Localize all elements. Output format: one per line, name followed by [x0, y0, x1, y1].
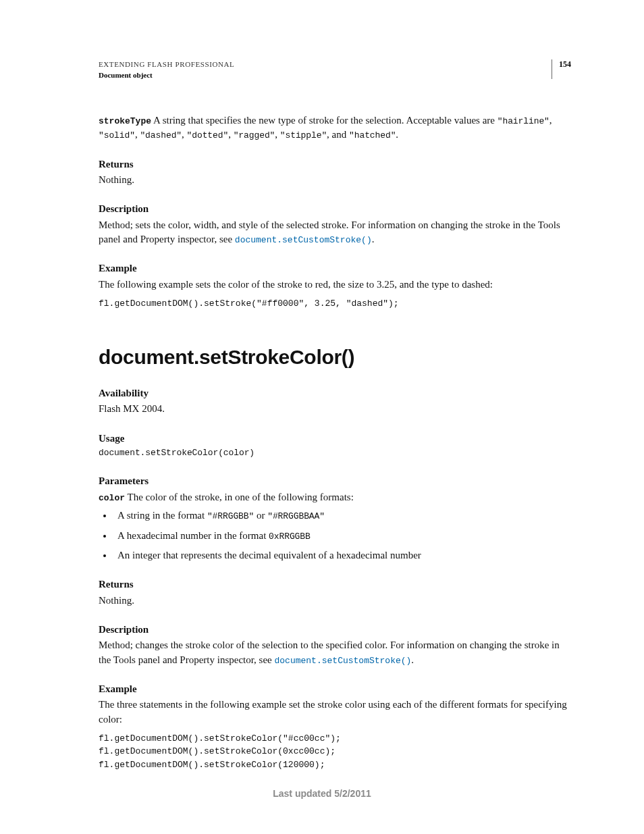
code-rrggbbaa: "#RRGGBBAA"	[267, 511, 325, 521]
list-item: A hexadecimal number in the format 0xRRG…	[113, 529, 571, 543]
period: .	[411, 654, 414, 665]
list-item: A string in the format "#RRGGBB" or "#RR…	[113, 509, 571, 523]
returns-text-2: Nothing.	[99, 594, 571, 608]
header-title: EXTENDING FLASH PROFESSIONAL	[99, 59, 234, 70]
color-desc: The color of the stroke, in one of the f…	[125, 492, 354, 502]
content: strokeType A string that specifies the n…	[99, 113, 571, 772]
color-param-line: color The color of the stroke, in one of…	[99, 490, 571, 504]
page-header: EXTENDING FLASH PROFESSIONAL Document ob…	[99, 59, 571, 81]
description-paragraph-2: Method; changes the stroke color of the …	[99, 638, 571, 667]
param-stroketype: strokeType	[99, 116, 151, 126]
returns-heading: Returns	[99, 157, 571, 172]
header-subtitle: Document object	[99, 70, 234, 81]
example-code: fl.getDocumentDOM().setStroke("#ff0000",…	[99, 297, 571, 311]
description-paragraph: Method; sets the color, width, and style…	[99, 218, 571, 247]
page: EXTENDING FLASH PROFESSIONAL Document ob…	[0, 0, 644, 834]
header-left: EXTENDING FLASH PROFESSIONAL Document ob…	[99, 59, 234, 81]
description-heading: Description	[99, 202, 571, 216]
availability-heading: Availability	[99, 386, 571, 400]
sep-and: , and	[327, 129, 349, 140]
val-ragged: "ragged"	[234, 130, 275, 140]
usage-code: document.setStrokeColor(color)	[99, 447, 571, 459]
val-dotted: "dotted"	[187, 130, 229, 140]
period: .	[396, 129, 398, 140]
or-text: or	[254, 510, 267, 521]
usage-heading: Usage	[99, 432, 571, 446]
sep: ,	[228, 129, 234, 140]
code-hex: 0xRRGGBB	[269, 531, 311, 542]
setcustomstroke-link[interactable]: document.setCustomStroke()	[235, 235, 372, 245]
method-heading: document.setStrokeColor()	[99, 343, 571, 372]
val-dashed: "dashed"	[140, 130, 182, 140]
availability-text: Flash MX 2004.	[99, 402, 571, 416]
sep: ,	[549, 115, 552, 126]
setcustomstroke-link-2[interactable]: document.setCustomStroke()	[275, 656, 412, 666]
example-heading-2: Example	[99, 682, 571, 696]
val-hatched: "hatched"	[349, 130, 396, 140]
param-color: color	[99, 493, 125, 503]
bullet-text: A hexadecimal number in the format	[117, 530, 269, 541]
footer-updated: Last updated 5/2/2011	[0, 788, 644, 799]
example-code-2: fl.getDocumentDOM().setStrokeColor("#cc0…	[99, 732, 571, 772]
sep: ,	[182, 129, 187, 140]
page-number: 154	[552, 59, 571, 79]
val-solid: "solid"	[99, 130, 135, 140]
stroketype-desc: A string that specifies the new type of …	[151, 115, 498, 126]
example-text: The following example sets the color of …	[99, 278, 571, 292]
example-text-2: The three statements in the following ex…	[99, 698, 571, 727]
val-stipple: "stipple"	[280, 130, 327, 140]
example-heading: Example	[99, 261, 571, 276]
stroketype-paragraph: strokeType A string that specifies the n…	[99, 113, 571, 142]
val-hairline: "hairline"	[498, 116, 549, 126]
sep: ,	[275, 129, 280, 140]
returns-heading-2: Returns	[99, 577, 571, 592]
parameters-heading: Parameters	[99, 474, 571, 488]
returns-text: Nothing.	[99, 173, 571, 187]
format-list: A string in the format "#RRGGBB" or "#RR…	[99, 509, 571, 563]
bullet-text: A string in the format	[117, 510, 207, 521]
period: .	[372, 234, 375, 244]
code-rrggbb: "#RRGGBB"	[207, 511, 254, 521]
description-heading-2: Description	[99, 623, 571, 637]
list-item: An integer that represents the decimal e…	[113, 548, 571, 563]
